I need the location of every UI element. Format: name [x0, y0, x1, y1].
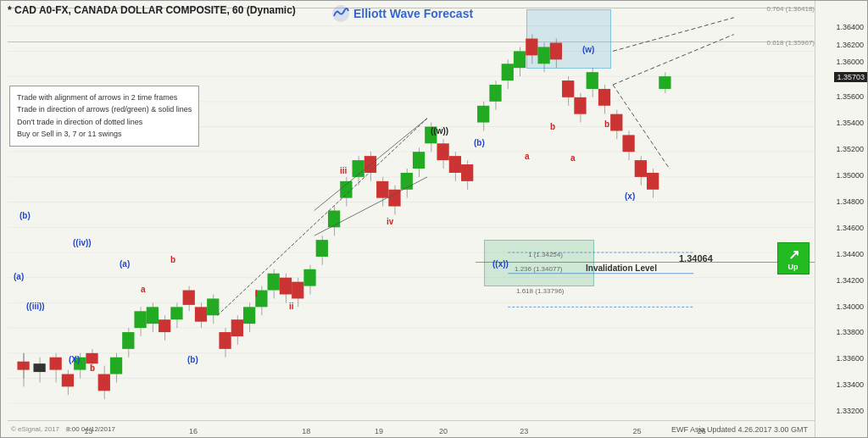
svg-rect-55 — [243, 307, 255, 324]
price-34400: 1.34400 — [836, 250, 864, 258]
wave-label-ww: ((w)) — [431, 126, 448, 136]
fib-1236-annotation: 1.236 (1.34077) — [515, 265, 563, 273]
price-axis: 1.36400 1.36200 1.36000 1.35703 1.35600 … — [815, 1, 867, 437]
price-36400: 1.36400 — [836, 23, 864, 31]
price-36200: 1.36200 — [836, 41, 864, 49]
svg-rect-97 — [502, 64, 514, 80]
wave-label-b-blue-mid: (b) — [187, 355, 198, 364]
svg-rect-123 — [659, 76, 670, 89]
price-34200: 1.34200 — [836, 276, 864, 285]
wave-label-a-mid: a — [141, 285, 146, 294]
svg-rect-99 — [514, 51, 526, 68]
svg-rect-101 — [526, 39, 537, 56]
date-25: 25 — [633, 427, 642, 435]
svg-rect-93 — [477, 106, 489, 123]
svg-rect-77 — [376, 181, 388, 198]
ewf-logo: Elliott Wave Forecast — [331, 4, 473, 23]
date-18: 18 — [302, 427, 310, 435]
svg-rect-87 — [437, 143, 448, 160]
svg-rect-69 — [328, 211, 340, 228]
wave-label-b-x: b — [90, 363, 95, 373]
wave-label-iv-left: ((iv)) — [73, 238, 92, 247]
date-23: 23 — [520, 427, 528, 435]
wave-label-b-left: (b) — [19, 211, 31, 220]
up-badge: ↗ Up — [777, 242, 810, 274]
invalidation-label: Invalidation Level — [586, 263, 657, 273]
svg-rect-91 — [461, 164, 473, 181]
svg-rect-37 — [134, 311, 146, 328]
projection-mid — [613, 35, 734, 85]
date-19: 19 — [375, 427, 383, 435]
wave-label-iv: iv — [387, 217, 393, 226]
ewf-logo-text: Elliott Wave Forecast — [353, 7, 473, 20]
svg-rect-121 — [647, 173, 659, 190]
wave-label-b-right: b — [550, 122, 555, 131]
wave-label-b-mid: b — [170, 255, 175, 264]
chart-title: * CAD A0-FX, CANADA DOLLAR COMPOSITE, 60… — [8, 4, 296, 16]
svg-rect-109 — [574, 97, 586, 114]
wave-label-a-left: (a) — [14, 272, 24, 281]
svg-rect-59 — [268, 274, 280, 291]
wave-label-b-right2: b — [604, 119, 609, 129]
date-26: 26 — [698, 427, 706, 435]
info-line3: Don't trade in direction of dotted lines — [17, 116, 192, 128]
price-33800: 1.33800 — [836, 328, 864, 336]
price-33200: 1.33200 — [836, 407, 864, 415]
invalidation-line — [476, 262, 815, 263]
svg-rect-41 — [159, 319, 170, 332]
price-35400: 1.35400 — [836, 119, 864, 127]
chart-svg — [8, 1, 815, 420]
wave-label-w-box: (w) — [582, 45, 594, 54]
up-badge-text: ↗ Up — [788, 247, 799, 271]
svg-rect-35 — [122, 332, 134, 349]
price-35200: 1.35200 — [836, 145, 864, 153]
price-33600: 1.33600 — [836, 354, 864, 363]
info-box: Trade with alignment of arrows in 2 time… — [9, 86, 199, 147]
candles-right — [477, 35, 670, 198]
svg-rect-95 — [489, 85, 501, 102]
wave-label-b-box: (b) — [474, 138, 485, 147]
candles-left — [17, 286, 243, 400]
chart-container: * CAD A0-FX, CANADA DOLLAR COMPOSITE, 60… — [0, 0, 868, 438]
time-bar: © eSignal, 2017 8:00 04/12/2017 EWF Asia… — [8, 420, 815, 437]
svg-rect-31 — [98, 374, 110, 391]
svg-rect-89 — [449, 156, 461, 173]
svg-rect-117 — [622, 135, 634, 152]
svg-rect-39 — [147, 307, 159, 324]
price-current: 1.35703 — [834, 72, 867, 82]
info-line2: Trade in direction of arrows (red/green)… — [17, 103, 192, 115]
svg-rect-51 — [219, 332, 231, 349]
signal-credit: © eSignal, 2017 — [11, 425, 59, 433]
date-16: 16 — [189, 427, 198, 435]
invalidation-value: 1.34064 — [679, 253, 713, 263]
svg-rect-103 — [537, 47, 549, 64]
svg-rect-81 — [401, 173, 413, 190]
wave-label-iii: iii — [340, 166, 347, 175]
svg-rect-107 — [562, 80, 574, 97]
svg-rect-63 — [292, 282, 303, 299]
svg-rect-113 — [598, 89, 610, 106]
wave-label-a-blue-mid: (a) — [120, 259, 130, 269]
uptrend-line — [218, 119, 428, 316]
wave-label-x-left: (X) — [69, 355, 80, 364]
price-36000: 1.36000 — [836, 58, 864, 66]
svg-rect-61 — [280, 278, 292, 295]
triangle-lower — [314, 177, 427, 236]
fib-1-annotation: 1 (1.34254) — [528, 251, 563, 258]
info-line4: Buy or Sell in 3, 7 or 11 swings — [17, 128, 192, 140]
wave-label-x-right: (x) — [625, 191, 635, 201]
svg-rect-18 — [17, 362, 29, 370]
price-34800: 1.34800 — [836, 197, 864, 206]
svg-rect-23 — [50, 358, 62, 370]
price-33400: 1.33400 — [836, 380, 864, 389]
svg-rect-25 — [62, 374, 74, 387]
triangle-upper — [314, 119, 427, 211]
svg-rect-33 — [110, 358, 122, 374]
svg-rect-21 — [33, 363, 45, 372]
svg-rect-71 — [340, 181, 352, 198]
wave-label-xx-bottom: ((x)) — [492, 259, 509, 269]
ewf-footer: EWF Asia Updated 4.26.2017 3.00 GMT — [671, 425, 808, 434]
svg-rect-115 — [610, 114, 622, 131]
svg-rect-47 — [195, 307, 207, 321]
price-34000: 1.34000 — [836, 302, 864, 311]
